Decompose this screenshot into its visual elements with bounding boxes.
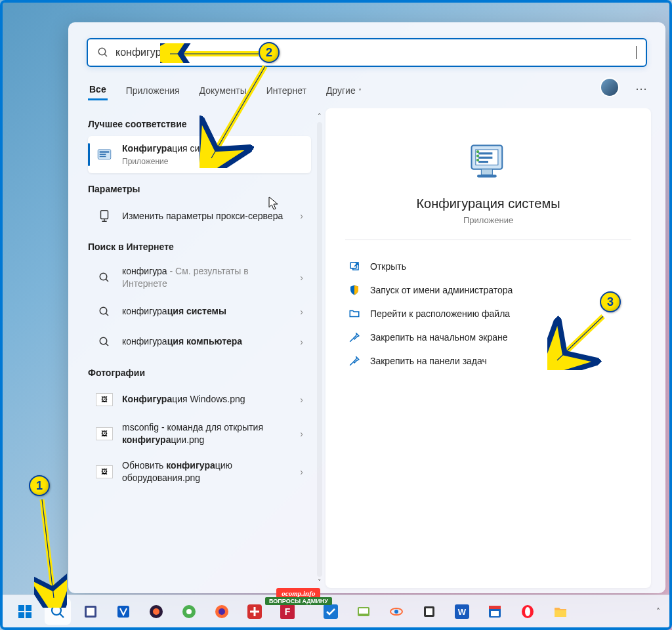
svg-rect-17 [478, 152, 492, 154]
svg-line-14 [106, 343, 108, 346]
svg-rect-56 [491, 611, 499, 616]
taskbar-app-3[interactable] [143, 598, 169, 625]
taskbar-app-6[interactable] [242, 598, 268, 625]
svg-rect-51 [426, 608, 432, 615]
svg-rect-3 [100, 151, 110, 152]
folder-icon [348, 307, 361, 320]
svg-point-13 [100, 337, 107, 345]
action-label: Перейти к расположению файла [370, 308, 510, 319]
action-open[interactable]: Открыть [345, 255, 631, 278]
taskbar-app-13[interactable] [482, 598, 508, 625]
action-label: Закрепить на панели задач [370, 356, 487, 366]
svg-rect-55 [489, 606, 501, 609]
svg-rect-18 [478, 157, 492, 159]
chevron-right-icon: › [300, 211, 303, 221]
chevron-right-icon: › [300, 467, 303, 477]
chevron-right-icon: › [300, 394, 303, 405]
taskbar-app-4[interactable] [176, 598, 202, 625]
results-scrollbar[interactable]: ˄ ˅ [314, 108, 326, 588]
scroll-up-icon[interactable]: ˄ [318, 111, 322, 122]
chevron-right-icon: › [300, 337, 303, 347]
svg-rect-5 [100, 156, 106, 157]
search-icon [97, 47, 109, 58]
section-web: Поиск в Интернете [88, 242, 311, 252]
taskbar-app-2[interactable] [110, 598, 136, 625]
svg-rect-19 [478, 161, 488, 163]
annotation-callout-3: 3 [600, 291, 621, 312]
svg-line-10 [106, 279, 108, 282]
taskbar-chevron-up-icon[interactable]: ˄ [656, 607, 660, 616]
annotation-arrow-1 [34, 496, 67, 608]
svg-line-12 [106, 313, 108, 316]
svg-line-32 [60, 614, 64, 618]
svg-point-39 [186, 609, 192, 614]
settings-item-label: Изменить параметры прокси-сервера [122, 210, 291, 222]
svg-rect-45 [324, 604, 338, 619]
svg-line-1 [104, 54, 107, 56]
svg-text:W: W [458, 607, 467, 617]
svg-point-11 [100, 307, 107, 314]
svg-point-41 [219, 608, 225, 615]
taskbar-explorer[interactable] [547, 598, 574, 625]
user-avatar[interactable] [600, 77, 620, 97]
svg-point-49 [394, 610, 398, 614]
web-item-0[interactable]: конфигура - См. результаты в Интернете › [88, 259, 311, 297]
open-icon [348, 260, 361, 273]
search-icon [96, 269, 113, 286]
search-icon [96, 303, 113, 320]
taskbar-app-10[interactable] [383, 598, 410, 625]
pin-icon [348, 331, 361, 344]
svg-line-61 [42, 499, 54, 598]
svg-line-67 [557, 316, 603, 360]
photo-thumb-icon: 🖼 [96, 425, 113, 442]
svg-rect-30 [26, 612, 32, 618]
annotation-arrow-3 [547, 311, 613, 370]
tab-apps[interactable]: Приложения [125, 81, 181, 100]
chevron-right-icon: › [300, 306, 303, 317]
taskbar-word[interactable]: W [449, 598, 475, 625]
tab-others[interactable]: Другие ˅ [325, 81, 364, 100]
pin-icon [348, 354, 361, 368]
annotation-callout-2: 2 [259, 42, 280, 63]
tab-all[interactable]: Все [88, 80, 108, 100]
more-button[interactable]: ⋯ [635, 81, 647, 96]
svg-rect-21 [477, 175, 497, 177]
annotation-arrow-2a [160, 43, 265, 63]
taskbar-app-1[interactable] [77, 598, 104, 625]
svg-rect-28 [26, 605, 32, 611]
photo-item-2[interactable]: 🖼 Обновить конфигурацию оборудования.png… [88, 453, 311, 491]
scroll-down-icon[interactable]: ˅ [318, 577, 322, 588]
svg-point-37 [153, 608, 159, 615]
taskbar-app-11[interactable] [416, 598, 442, 625]
svg-point-0 [98, 48, 106, 55]
annotation-arrow-2b [200, 63, 278, 168]
msconfig-icon [96, 146, 113, 163]
svg-rect-47 [359, 608, 368, 614]
svg-rect-59 [555, 610, 566, 617]
search-tabs: Все Приложения Документы Интернет Другие… [68, 75, 665, 108]
windows-search-panel: Все Приложения Документы Интернет Другие… [68, 22, 665, 593]
svg-rect-4 [100, 154, 106, 155]
taskbar-opera[interactable] [514, 598, 541, 625]
section-photos: Фотографии [88, 368, 311, 378]
detail-title: Конфигурация системы [345, 196, 631, 211]
search-icon [96, 333, 113, 350]
detail-subtitle: Приложение [345, 215, 631, 225]
svg-rect-29 [18, 612, 24, 618]
web-item-2[interactable]: конфигурация компьютера › [88, 327, 311, 357]
taskbar-app-9[interactable] [350, 598, 377, 625]
proxy-icon [96, 207, 113, 224]
svg-rect-6 [101, 211, 108, 219]
photo-item-1[interactable]: 🖼 msconfig - команда для открытия конфиг… [88, 415, 311, 453]
svg-point-22 [476, 150, 479, 153]
svg-rect-20 [481, 169, 492, 175]
results-column: Лучшее соответствие Конфигурация системы… [77, 108, 314, 588]
svg-rect-27 [18, 605, 24, 611]
svg-point-24 [476, 159, 479, 161]
photo-item-0[interactable]: 🖼 Конфигурация Windows.png › [88, 385, 311, 415]
chevron-right-icon: › [300, 429, 303, 439]
action-run-admin[interactable]: Запуск от имени администратора [345, 278, 631, 302]
taskbar-firefox[interactable] [209, 598, 235, 625]
web-item-1[interactable]: конфигурация системы › [88, 297, 311, 327]
section-settings: Параметры [88, 184, 311, 194]
